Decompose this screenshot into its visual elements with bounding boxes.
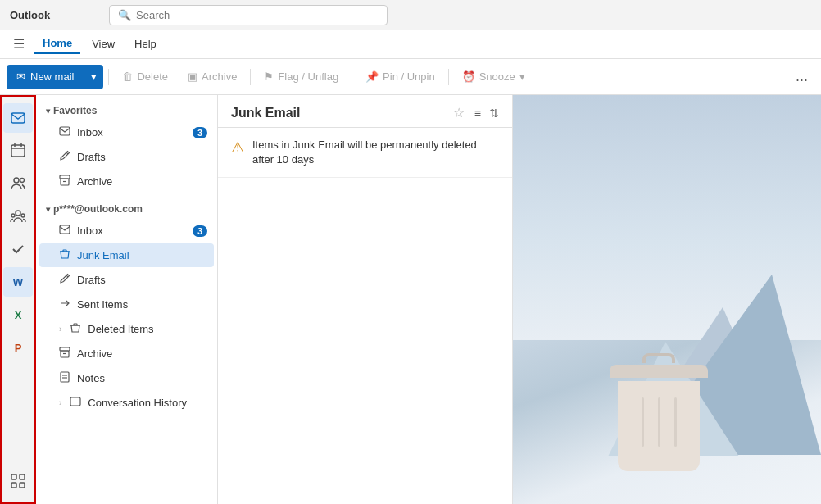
trash-can-lines (618, 397, 700, 447)
expand-chevron-icon: › (59, 398, 61, 407)
sidebar-item-favorites-inbox[interactable]: Inbox 3 (39, 120, 214, 144)
sent-icon (59, 297, 70, 311)
sidebar-item-acc-inbox[interactable]: Inbox 3 (39, 219, 214, 243)
snooze-button[interactable]: ⏰ Snooze ▾ (454, 67, 533, 86)
search-input[interactable] (136, 9, 379, 21)
sidebar-item-acc-archive[interactable]: Archive (39, 342, 214, 366)
sidebar-item-acc-drafts[interactable]: Drafts (39, 268, 214, 292)
trash-line-1 (642, 397, 644, 447)
menu-help[interactable]: Help (126, 34, 165, 53)
sidebar-item-label: Notes (77, 372, 207, 384)
scenic-background (513, 95, 821, 504)
svg-point-5 (14, 178, 19, 183)
favorites-label: Favorites (53, 105, 97, 116)
svg-rect-16 (60, 175, 70, 179)
svg-point-7 (16, 211, 20, 216)
hamburger-button[interactable]: ☰ (7, 33, 31, 55)
trash-line-3 (674, 397, 677, 447)
svg-point-9 (21, 214, 25, 217)
archive-icon: ▣ (188, 70, 197, 83)
favorites-header[interactable]: ▾ Favorites (36, 102, 217, 120)
account-header[interactable]: ▾ p****@outlook.com (36, 200, 217, 218)
expand-chevron-icon: › (59, 325, 61, 334)
archive-icon (59, 175, 70, 188)
trash-line-2 (658, 397, 660, 447)
toolbar-separator-2 (250, 69, 251, 85)
snooze-chevron-icon: ▾ (519, 70, 525, 83)
rail-calendar-icon[interactable] (3, 136, 33, 166)
sort-icon[interactable]: ⇅ (489, 107, 499, 120)
toolbar: ✉ New mail ▾ 🗑 Delete ▣ Archive ⚑ Flag /… (0, 59, 821, 95)
svg-rect-12 (11, 483, 16, 488)
delete-icon: 🗑 (122, 70, 133, 83)
new-mail-dropdown[interactable]: ▾ (84, 65, 103, 89)
search-bar[interactable]: 🔍 (109, 5, 388, 25)
rail-apps-icon[interactable] (3, 466, 33, 496)
menu-home[interactable]: Home (34, 34, 80, 54)
svg-rect-13 (20, 483, 25, 488)
more-button[interactable]: ... (789, 65, 814, 89)
account-chevron-icon: ▾ (46, 205, 50, 214)
menu-view[interactable]: View (84, 34, 123, 53)
junk-icon (59, 248, 70, 262)
rail-excel-icon[interactable]: X (3, 300, 33, 329)
pin-unpin-button[interactable]: 📌 Pin / Unpin (357, 67, 443, 86)
svg-rect-10 (11, 474, 16, 479)
pin-icon: 📌 (365, 70, 379, 83)
badge: 3 (193, 127, 207, 138)
sidebar-item-acc-sent[interactable]: Sent Items (39, 293, 214, 316)
favorites-chevron-icon: ▾ (46, 107, 50, 116)
sidebar-item-favorites-archive[interactable]: Archive (39, 170, 214, 193)
icon-rail: W X P (0, 95, 36, 504)
trash-can-lid (610, 365, 708, 378)
svg-rect-0 (11, 113, 25, 123)
toolbar-separator-3 (352, 69, 352, 85)
email-list-panel: Junk Email ☆ ≡ ⇅ ⚠ Items in Junk Email w… (218, 95, 513, 504)
new-mail-button[interactable]: ✉ New mail ▾ (7, 65, 103, 89)
svg-line-15 (66, 152, 68, 154)
trash-can-handle (642, 353, 675, 363)
sidebar-item-acc-convhistory[interactable]: › Conversation History (39, 391, 214, 415)
warning-icon: ⚠ (231, 138, 244, 157)
rail-groups-icon[interactable] (3, 202, 33, 231)
rail-powerpoint-icon[interactable]: P (3, 333, 33, 362)
svg-rect-14 (60, 127, 70, 135)
inbox-icon (59, 224, 70, 238)
drafts-icon (59, 150, 70, 164)
flag-unflag-button[interactable]: ⚑ Flag / Unflag (256, 67, 347, 86)
notes-icon (59, 371, 70, 385)
sidebar-item-label: Inbox (77, 126, 186, 138)
email-list-header: Junk Email ☆ ≡ ⇅ (218, 95, 512, 128)
flag-icon: ⚑ (264, 70, 274, 83)
sidebar-item-label: Junk Email (77, 249, 207, 261)
rail-people-icon[interactable] (3, 169, 33, 198)
sidebar-item-label: Archive (77, 175, 207, 188)
sidebar: ▾ Favorites Inbox 3 Drafts Archive ▾ p**… (36, 95, 218, 504)
preview-panel (513, 95, 821, 504)
title-bar: Outlook 🔍 (0, 0, 821, 30)
app-name: Outlook (10, 9, 50, 21)
archive-button[interactable]: ▣ Archive (179, 67, 245, 86)
sidebar-item-acc-deleted[interactable]: › Deleted Items (39, 317, 214, 341)
rail-tasks-icon[interactable] (3, 234, 33, 264)
menu-bar: ☰ Home View Help (0, 30, 821, 59)
toolbar-separator-1 (108, 69, 109, 85)
snooze-icon: ⏰ (462, 70, 475, 83)
sidebar-item-favorites-drafts[interactable]: Drafts (39, 145, 214, 169)
star-icon[interactable]: ☆ (453, 105, 465, 120)
sidebar-item-label: Drafts (77, 274, 207, 286)
svg-rect-19 (60, 225, 70, 234)
sidebar-item-acc-junk[interactable]: Junk Email (39, 243, 214, 267)
sidebar-item-acc-notes[interactable]: Notes (39, 366, 214, 390)
svg-rect-1 (11, 145, 25, 157)
rail-word-icon[interactable]: W (3, 267, 33, 297)
svg-point-6 (20, 179, 25, 183)
svg-rect-11 (20, 474, 25, 479)
content-split: Junk Email ☆ ≡ ⇅ ⚠ Items in Junk Email w… (218, 95, 821, 504)
sidebar-item-label: Inbox (77, 225, 186, 237)
new-mail-main[interactable]: ✉ New mail (7, 70, 84, 83)
junk-notice-text: Items in Junk Email will be permanently … (252, 138, 499, 167)
filter-icon[interactable]: ≡ (474, 107, 481, 120)
delete-button[interactable]: 🗑 Delete (114, 67, 176, 86)
rail-mail-icon[interactable] (3, 103, 33, 133)
